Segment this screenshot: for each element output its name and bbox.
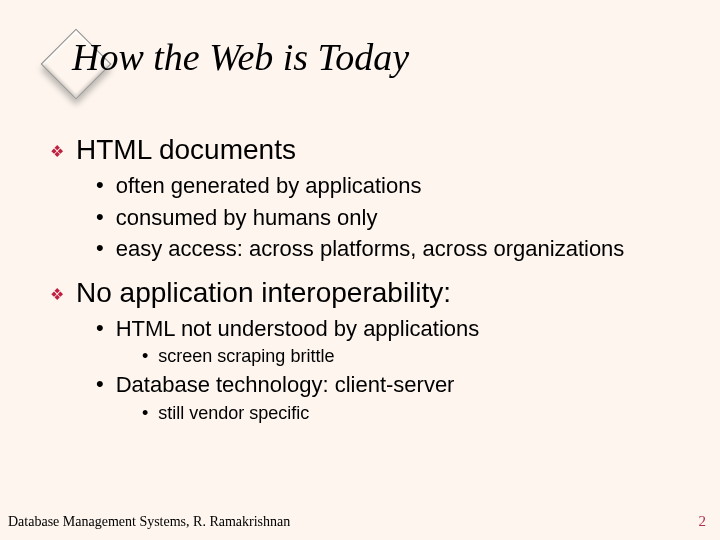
bullet-text: screen scraping brittle <box>158 346 334 367</box>
bullet-text: often generated by applications <box>116 172 422 200</box>
bullet-text: HTML not understood by applications <box>116 315 480 343</box>
bullet-level2: • easy access: across platforms, across … <box>96 235 680 263</box>
slide-body: ❖ HTML documents • often generated by ap… <box>50 120 680 428</box>
bullet-text: consumed by humans only <box>116 204 378 232</box>
bullet-level2: • often generated by applications <box>96 172 680 200</box>
slide-title: How the Web is Today <box>72 35 409 79</box>
bullet-text: still vendor specific <box>158 403 309 424</box>
dot-bullet-icon: • <box>96 235 104 261</box>
dot-bullet-icon: • <box>96 371 104 397</box>
bullet-level2: • consumed by humans only <box>96 204 680 232</box>
dot-bullet-icon: • <box>96 315 104 341</box>
bullet-level2: • Database technology: client-server <box>96 371 680 399</box>
bullet-level3: • still vendor specific <box>142 403 680 424</box>
bullet-text: HTML documents <box>76 134 296 166</box>
dot-bullet-icon: • <box>96 204 104 230</box>
page-number: 2 <box>699 513 707 530</box>
bullet-level1: ❖ No application interoperability: <box>50 277 680 309</box>
dot-bullet-icon: • <box>142 403 148 424</box>
bullet-level1: ❖ HTML documents <box>50 134 680 166</box>
bullet-text: No application interoperability: <box>76 277 451 309</box>
footer-credit: Database Management Systems, R. Ramakris… <box>8 514 290 530</box>
dot-bullet-icon: • <box>96 172 104 198</box>
diamond-bullet-icon: ❖ <box>50 142 64 161</box>
bullet-text: easy access: across platforms, across or… <box>116 235 625 263</box>
bullet-text: Database technology: client-server <box>116 371 455 399</box>
diamond-bullet-icon: ❖ <box>50 285 64 304</box>
dot-bullet-icon: • <box>142 346 148 367</box>
bullet-level2: • HTML not understood by applications <box>96 315 680 343</box>
bullet-level3: • screen scraping brittle <box>142 346 680 367</box>
